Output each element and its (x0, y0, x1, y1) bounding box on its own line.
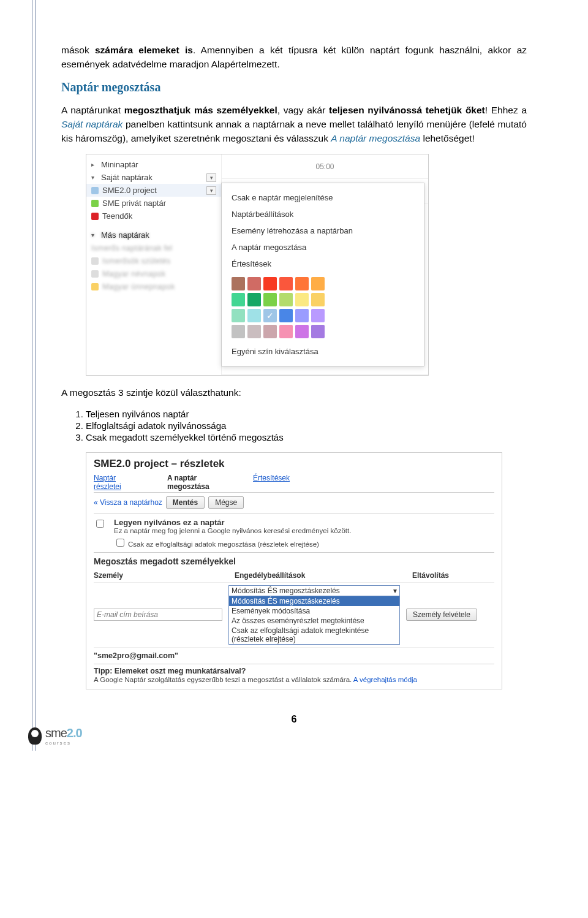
text: mások (61, 45, 95, 55)
color-swatch[interactable] (295, 325, 309, 338)
email-input[interactable] (94, 609, 222, 621)
chevron-down-icon: ▾ (91, 232, 97, 238)
menu-item-show-only[interactable]: Csak e naptár megjelenítése (230, 189, 415, 206)
select-option[interactable]: Az összes eseményrészlet megtekintése (229, 616, 399, 626)
color-swatch[interactable] (263, 325, 277, 338)
color-swatch-grid: ✓ (230, 272, 415, 343)
color-swatch[interactable] (311, 277, 325, 290)
share-table-header: Személy Engedélybeállítások Eltávolítás (94, 569, 494, 582)
public-subtext: Ez a naptár meg fog jelenni a Google nyi… (114, 527, 351, 534)
save-button[interactable]: Mentés (166, 496, 205, 509)
settings-title: SME2.0 project – részletek (94, 458, 494, 470)
calendar-sidebar: ▸ Mininaptár ▾ Saját naptárak ▾ SME2.0 p… (86, 154, 221, 375)
text: , vagy akár (277, 105, 329, 115)
color-swatch[interactable] (232, 325, 245, 338)
list-item: Csak megadott személyekkel történő megos… (86, 432, 527, 442)
section-heading: Naptár megosztása (61, 80, 527, 94)
select-option[interactable]: Módosítás ÉS megosztáskezelés (229, 596, 399, 606)
color-swatch-icon (91, 200, 99, 207)
color-swatch[interactable] (247, 277, 261, 290)
text-italic: Saját naptárak (61, 119, 123, 129)
busy-only-checkbox[interactable] (116, 539, 124, 547)
public-checkbox[interactable] (96, 520, 104, 528)
color-swatch[interactable] (311, 293, 325, 306)
settings-tabs: Naptár részletei A naptár megosztása Ért… (94, 474, 494, 493)
menu-item-custom-color[interactable]: Egyéni szín kiválasztása (230, 343, 415, 360)
body-paragraph-3: A megosztás 3 szintje közül választhatun… (61, 385, 527, 400)
label: SME privát naptár (102, 199, 166, 208)
chevron-down-icon: ▾ (91, 174, 97, 181)
select-option[interactable]: Események módosítása (229, 606, 399, 616)
color-swatch[interactable] (247, 309, 261, 322)
tab-share-calendar[interactable]: A naptár megosztása (167, 474, 228, 491)
text: lehetőséget! (420, 133, 475, 143)
color-swatch[interactable] (295, 277, 309, 290)
logo-icon (28, 727, 42, 745)
calendar-item-sme20[interactable]: SME2.0 project ▾ (86, 184, 221, 197)
list-item: Elfoglaltsági adatok nyilvánossága (86, 420, 527, 431)
shared-person: "sme2pro@gmail.com" (94, 651, 228, 660)
color-swatch[interactable] (279, 325, 293, 338)
list-item: Teljesen nyilvános naptár (86, 409, 527, 419)
tab-calendar-details[interactable]: Naptár részletei (94, 474, 143, 491)
body-paragraph-1: mások számára elemeket is. Amennyiben a … (61, 43, 527, 72)
color-swatch[interactable] (263, 293, 277, 306)
back-link[interactable]: « Vissza a naptárhoz (94, 498, 162, 507)
screenshot-calendar-share-menu: ▸ Mininaptár ▾ Saját naptárak ▾ SME2.0 p… (86, 154, 429, 376)
screenshot-calendar-settings: SME2.0 project – részletek Naptár részle… (86, 452, 502, 689)
color-swatch[interactable] (279, 293, 293, 306)
select-option[interactable]: Csak az elfoglaltsági adatok megtekintés… (229, 626, 399, 644)
color-swatch-icon (91, 270, 99, 278)
settings-toolbar: « Vissza a naptárhoz Mentés Mégse (94, 496, 494, 509)
dropdown-icon[interactable]: ▾ (206, 173, 216, 182)
color-swatch[interactable] (279, 277, 293, 290)
time-slot: 05:00 (221, 154, 428, 179)
color-swatch[interactable] (247, 293, 261, 306)
logo-text: sme2.0 (45, 726, 82, 740)
tab-notifications[interactable]: Értesítések (253, 474, 290, 491)
cancel-button[interactable]: Mégse (208, 496, 244, 509)
share-levels-list: Teljesen nyilvános naptár Elfoglaltsági … (75, 409, 527, 442)
add-person-button[interactable]: Személy felvétele (406, 609, 477, 621)
select-current: Módosítás ÉS megosztáskezelés▾ (229, 586, 399, 596)
text: A naptárunkat (61, 105, 124, 115)
color-swatch[interactable] (295, 309, 309, 322)
dropdown-icon[interactable]: ▾ (206, 186, 216, 195)
label: Más naptárak (101, 230, 149, 240)
calendar-item-sme-private[interactable]: SME privát naptár (86, 197, 221, 210)
menu-item-share-calendar[interactable]: A naptár megosztása (230, 239, 415, 256)
color-swatch[interactable] (263, 277, 277, 290)
label: Ismerős naptárának fel (91, 243, 172, 252)
sidebar-section-mininaptar[interactable]: ▸ Mininaptár (86, 158, 221, 171)
menu-item-settings[interactable]: Naptárbeállítások (230, 206, 415, 222)
other-calendar-item: Ismerősök születés (86, 254, 221, 267)
color-swatch-icon (91, 187, 99, 194)
color-swatch[interactable] (311, 325, 325, 338)
color-swatch[interactable] (311, 309, 325, 322)
tip-link[interactable]: A végrehajtás módja (353, 676, 417, 683)
sidebar-section-own-calendars[interactable]: ▾ Saját naptárak ▾ (86, 171, 221, 184)
color-swatch[interactable] (232, 277, 245, 290)
public-heading: Legyen nyilvános ez a naptár (114, 518, 351, 527)
busy-only-label: Csak az elfoglaltsági adatok megosztása … (128, 541, 319, 548)
text-bold: számára elemeket is (95, 45, 193, 55)
calendar-item-teendok[interactable]: Teendők (86, 210, 221, 222)
menu-item-notifications[interactable]: Értesítések (230, 256, 415, 272)
col-remove: Eltávolítás (412, 571, 494, 580)
label: Magyar névnapok (102, 269, 165, 278)
page-footer: sme2.0 courses 6 (0, 714, 588, 751)
color-swatch[interactable] (232, 293, 245, 306)
color-swatch[interactable] (232, 309, 245, 322)
label: Saját naptárak (101, 173, 153, 182)
color-swatch[interactable] (279, 309, 293, 322)
tip-heading: Tipp: Elemeket oszt meg munkatársaival? (94, 667, 246, 675)
color-swatch[interactable] (247, 325, 261, 338)
permission-select[interactable]: Módosítás ÉS megosztáskezelés▾ Módosítás… (228, 585, 400, 645)
color-swatch[interactable] (295, 293, 309, 306)
sidebar-section-other-calendars: ▾ Más naptárak (86, 229, 221, 241)
text-bold: teljesen nyilvánossá tehetjük őket (329, 105, 485, 115)
menu-item-create-event[interactable]: Esemény létrehozása a naptárban (230, 222, 415, 239)
color-swatch-icon (91, 257, 99, 265)
color-swatch[interactable]: ✓ (263, 309, 277, 322)
text-bold: megoszthatjuk más személyekkel (124, 105, 277, 115)
